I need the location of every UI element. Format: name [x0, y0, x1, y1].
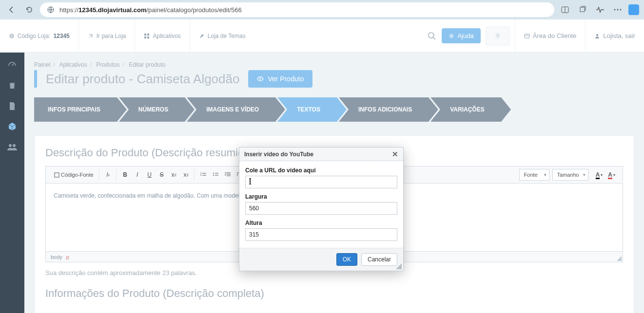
youtube-modal: Inserir vídeo do YouTube ✕ Cole a URL do…: [239, 147, 404, 271]
user-icon: [594, 33, 600, 39]
eye-icon: [257, 75, 264, 82]
page-title: Editar produto - Camiseta Algodão: [46, 72, 239, 87]
rail-dashboard[interactable]: [7, 60, 17, 70]
svg-point-29: [213, 173, 214, 174]
underline-button[interactable]: U: [144, 169, 156, 181]
section2-title: Informações do Produto (Descrição comple…: [45, 287, 623, 300]
search-icon: [428, 32, 436, 40]
outdent-button[interactable]: [222, 169, 234, 181]
apps-link[interactable]: Aplicativos: [135, 19, 190, 52]
svg-point-6: [620, 9, 622, 11]
text-color-button[interactable]: A: [593, 169, 605, 181]
split-icon[interactable]: [558, 3, 572, 17]
svg-point-19: [596, 34, 598, 36]
resize-grip[interactable]: [617, 256, 622, 261]
step-numeros[interactable]: NÚMEROS: [119, 97, 185, 122]
width-input[interactable]: [245, 202, 397, 215]
bg-color-button[interactable]: A: [605, 169, 618, 181]
back-button[interactable]: [5, 3, 19, 17]
crumb-painel[interactable]: Painel: [34, 61, 50, 68]
svg-point-4: [614, 9, 616, 11]
svg-text:2: 2: [200, 174, 202, 176]
strike-button[interactable]: S: [156, 169, 168, 181]
view-product-button[interactable]: Ver Produto: [248, 70, 312, 88]
go-to-store-link[interactable]: Ir para Loja: [79, 19, 136, 52]
crumb-apps[interactable]: Aplicativos: [59, 61, 87, 68]
svg-rect-11: [144, 37, 146, 38]
external-icon: [88, 33, 94, 39]
rail-files[interactable]: [7, 101, 17, 111]
app-topbar: i Código Loja: 12345 Ir para Loja Aplica…: [0, 19, 644, 53]
modal-header[interactable]: Inserir vídeo do YouTube ✕: [239, 147, 403, 161]
list-ol-icon: 12: [200, 172, 206, 178]
client-area-link[interactable]: Área do Cliente: [515, 19, 585, 52]
svg-point-5: [617, 9, 619, 11]
address-bar[interactable]: https://12345.dlojavirtual.com/painel/ca…: [40, 2, 554, 17]
heartbeat-icon[interactable]: [593, 3, 607, 17]
bullet-list-button[interactable]: [210, 169, 221, 181]
modal-close-button[interactable]: ✕: [392, 150, 398, 159]
store-code: i Código Loja: 12345: [0, 19, 79, 52]
crumb-products[interactable]: Produtos: [96, 61, 119, 68]
ok-button[interactable]: OK: [336, 253, 357, 266]
logout-link[interactable]: Lojista, sair: [585, 19, 644, 52]
list-ul-icon: [213, 172, 218, 178]
svg-rect-9: [144, 34, 146, 36]
collections-icon[interactable]: [576, 3, 589, 17]
svg-rect-10: [147, 34, 149, 36]
code-icon: [54, 172, 59, 178]
wizard-steps: INFOS PRINCIPAIS NÚMEROS IMAGENS E VÍDEO…: [34, 97, 634, 122]
step-infos-adicionais[interactable]: INFOS ADICIONAIS: [339, 97, 429, 122]
svg-point-21: [9, 144, 12, 147]
svg-rect-12: [147, 37, 149, 38]
width-label: Largura: [245, 193, 397, 200]
brush-icon: [199, 33, 205, 39]
rail-orders[interactable]: [7, 81, 17, 91]
step-variacoes[interactable]: VARIAÇÕES: [430, 97, 501, 122]
clear-format-button[interactable]: Ix: [102, 169, 114, 181]
help-button[interactable]: ? Ajuda: [442, 28, 480, 43]
crumb-current: Editar produto: [129, 61, 165, 68]
height-input[interactable]: [245, 228, 397, 241]
modal-title: Inserir vídeo do YouTube: [244, 151, 313, 158]
svg-point-30: [213, 175, 214, 176]
height-label: Altura: [245, 220, 397, 226]
url-text: https://12345.dlojavirtual.com/painel/ca…: [59, 6, 242, 14]
svg-line-14: [433, 37, 435, 39]
rail-customers[interactable]: [7, 142, 17, 152]
source-button[interactable]: Código-Fonte: [51, 169, 97, 181]
svg-text:?: ?: [450, 34, 453, 38]
more-icon[interactable]: [611, 3, 624, 17]
italic-button[interactable]: I: [132, 169, 143, 181]
outdent-icon: [225, 172, 231, 177]
themes-link[interactable]: Loja de Temas: [190, 19, 254, 52]
breadcrumb: Painel/ Aplicativos/ Produtos/ Editar pr…: [34, 61, 634, 68]
title-accent: [34, 70, 37, 88]
svg-rect-24: [55, 173, 59, 177]
notifications-button[interactable]: [486, 26, 510, 46]
youtube-url-input[interactable]: [245, 176, 397, 188]
svg-rect-3: [580, 7, 585, 12]
rail-products[interactable]: [7, 122, 17, 131]
bell-icon: [494, 32, 502, 40]
cancel-button[interactable]: Cancelar: [361, 253, 397, 266]
step-infos-principais[interactable]: INFOS PRINCIPAIS: [34, 97, 117, 122]
subscript-button[interactable]: x2: [168, 169, 180, 181]
profile-icon[interactable]: [628, 4, 639, 15]
svg-point-23: [260, 78, 261, 79]
numbered-list-button[interactable]: 12: [197, 169, 209, 181]
step-imagens-video[interactable]: IMAGENS E VÍDEO: [187, 97, 275, 122]
modal-resize-grip[interactable]: [396, 263, 402, 269]
svg-point-13: [429, 33, 434, 38]
globe-icon: [47, 6, 55, 14]
svg-point-22: [13, 144, 16, 147]
question-icon: ?: [449, 33, 454, 39]
font-select[interactable]: Fonte: [519, 169, 549, 181]
superscript-button[interactable]: x2: [180, 169, 192, 181]
search-button[interactable]: [422, 32, 442, 40]
card-icon: [524, 33, 530, 39]
step-textos[interactable]: TEXTOS: [277, 97, 337, 122]
reload-button[interactable]: [22, 3, 36, 17]
size-select[interactable]: Tamanho: [552, 169, 588, 181]
bold-button[interactable]: B: [119, 169, 131, 181]
